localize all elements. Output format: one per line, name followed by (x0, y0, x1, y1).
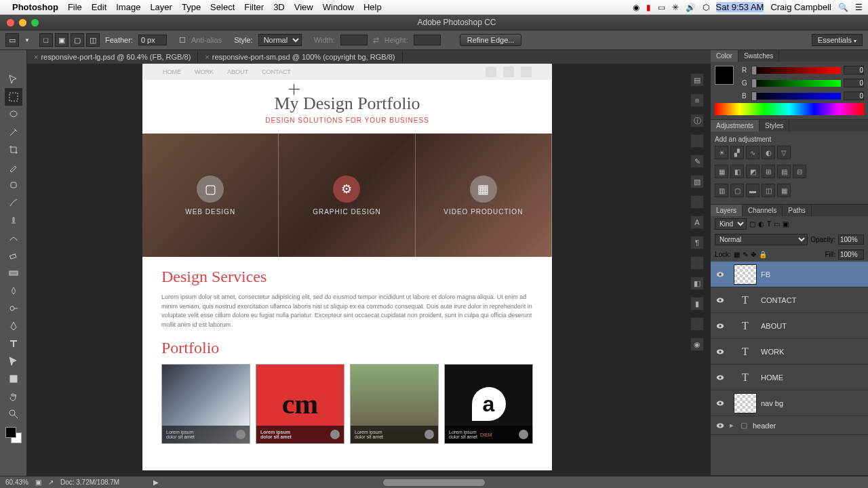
dodge-tool[interactable] (5, 300, 22, 317)
paragraph-panel-icon[interactable]: ¶ (690, 236, 704, 249)
status-volume-icon[interactable]: 🔊 (686, 3, 696, 12)
adj-photofilter-icon[interactable]: ◩ (746, 165, 760, 178)
layer-list[interactable]: FB T CONTACT T ABOUT T WORK T HOME (711, 262, 868, 475)
red-slider[interactable] (751, 67, 841, 74)
menu-3d[interactable]: 3D (273, 2, 285, 12)
menubar-clock[interactable]: Sat 9:53 AM (716, 2, 764, 12)
adj-bw-icon[interactable]: ◧ (730, 165, 744, 178)
type-layer-icon[interactable]: T (734, 367, 757, 388)
visibility-toggle[interactable] (711, 421, 730, 430)
menu-help[interactable]: Help (363, 2, 382, 12)
blue-slider[interactable] (751, 93, 841, 100)
minimize-window-button[interactable] (19, 19, 26, 26)
type-layer-icon[interactable]: T (734, 316, 757, 336)
adj-threshold-icon[interactable]: ▢ (730, 184, 744, 197)
layer-row[interactable]: T CONTACT (711, 287, 868, 313)
adj-levels-icon[interactable]: ▞ (730, 146, 744, 159)
status-play-icon[interactable]: ▶ (153, 479, 159, 486)
type-tool[interactable] (5, 335, 22, 352)
lasso-tool[interactable] (5, 106, 22, 123)
filter-adj-icon[interactable]: ◐ (758, 220, 764, 228)
blue-input[interactable] (844, 92, 864, 100)
layer-thumbnail[interactable] (734, 393, 757, 413)
document-canvas[interactable]: HOME WORK ABOUT CONTACT My Design Portfo… (142, 64, 552, 470)
visibility-toggle[interactable] (711, 347, 730, 357)
layer-row[interactable]: nav bg (711, 390, 868, 416)
properties-panel-icon[interactable]: ≡ (690, 94, 704, 107)
menu-file[interactable]: File (68, 2, 82, 12)
close-tab-icon[interactable]: × (34, 53, 38, 61)
info-panel-icon[interactable]: ⓘ (690, 114, 704, 127)
filter-type-icon[interactable]: T (767, 220, 771, 228)
status-icon[interactable]: ↗ (48, 479, 54, 486)
opacity-input[interactable] (838, 235, 864, 245)
adj-posterize-icon[interactable]: ▥ (715, 184, 728, 197)
eyedropper-tool[interactable] (5, 159, 22, 176)
lock-pos-icon[interactable]: ✥ (751, 251, 756, 258)
character-panel-icon[interactable]: A (690, 216, 704, 229)
adj-vibrance-icon[interactable]: ▽ (777, 146, 791, 159)
adj-gradmap-icon[interactable]: ▬ (746, 184, 760, 197)
menu-type[interactable]: Type (182, 2, 201, 12)
adj-curves-icon[interactable]: ∿ (746, 146, 760, 159)
history-brush-tool[interactable] (5, 229, 22, 247)
zoom-tool[interactable] (5, 405, 22, 423)
lock-all-icon[interactable]: 🔒 (759, 251, 767, 258)
tab-layers[interactable]: Layers (711, 205, 743, 216)
menu-image[interactable]: Image (116, 2, 140, 12)
blend-mode-select[interactable]: Normal (715, 234, 808, 245)
navigator-panel-icon[interactable]: ◧ (690, 277, 704, 290)
adj-brightness-icon[interactable]: ☀ (715, 146, 728, 159)
filter-pixel-icon[interactable]: ▢ (749, 220, 755, 228)
tab-color[interactable]: Color (711, 50, 738, 62)
adj-selective-icon[interactable]: ◫ (762, 184, 775, 197)
layer-row[interactable]: ▸ ▢ header (711, 416, 868, 435)
history-panel-icon[interactable]: ▤ (690, 73, 704, 87)
close-tab-icon[interactable]: × (205, 53, 209, 61)
status-recording-icon[interactable]: ▮ (646, 3, 651, 12)
brushes-panel-icon[interactable]: ✎ (690, 155, 704, 168)
adj-hue-icon[interactable]: ▦ (715, 165, 728, 178)
filter-shape-icon[interactable]: ▭ (774, 220, 780, 228)
selection-subtract-icon[interactable]: ▢ (71, 33, 84, 47)
tab-channels[interactable]: Channels (743, 205, 783, 216)
gradient-tool[interactable] (5, 264, 22, 282)
crop-tool[interactable] (5, 141, 22, 159)
eraser-tool[interactable] (5, 247, 22, 264)
adj-exposure-icon[interactable]: ◐ (762, 146, 775, 159)
measurement-panel-icon[interactable]: ◉ (690, 338, 704, 351)
histogram-panel-icon[interactable]: ▮ (690, 297, 704, 310)
selection-add-icon[interactable]: ▣ (55, 33, 68, 47)
menu-filter[interactable]: Filter (244, 2, 264, 12)
lock-trans-icon[interactable]: ▦ (734, 251, 740, 258)
menu-edit[interactable]: Edit (92, 2, 106, 12)
marquee-tool[interactable] (5, 88, 22, 106)
tool-preset-icon[interactable]: ▭ (5, 33, 19, 47)
wand-tool[interactable] (5, 123, 22, 141)
group-expand-icon[interactable]: ▸ (730, 421, 741, 430)
style-select[interactable]: Normal (258, 34, 302, 46)
adj-invert-icon[interactable]: ⊟ (793, 165, 806, 178)
layer-row[interactable]: FB (711, 262, 868, 287)
zoom-level[interactable]: 60.43% (5, 479, 28, 486)
menu-select[interactable]: Select (210, 2, 235, 12)
brush-tool[interactable] (5, 194, 22, 211)
horizontal-scrollbar[interactable] (383, 479, 485, 486)
close-window-button[interactable] (7, 19, 14, 26)
status-eye-icon[interactable]: ◉ (633, 3, 639, 12)
swap-dims-icon[interactable]: ⇄ (373, 36, 379, 45)
status-wifi-icon[interactable]: ⬡ (703, 3, 709, 12)
visibility-toggle[interactable] (711, 373, 730, 382)
status-display-icon[interactable]: ▭ (658, 3, 665, 12)
layer-row[interactable]: T WORK (711, 339, 868, 365)
shape-tool[interactable] (5, 370, 22, 388)
lock-pixels-icon[interactable]: ✎ (743, 251, 748, 258)
doc-tab-2[interactable]: ×responsive-port-sm.psd @ 100% (copyrigh… (198, 52, 402, 62)
visibility-toggle[interactable] (711, 296, 730, 305)
tab-swatches[interactable]: Swatches (738, 50, 779, 62)
green-slider[interactable] (751, 80, 841, 87)
height-input[interactable] (414, 35, 441, 45)
workspace-switcher[interactable]: Essentials ▾ (812, 34, 863, 46)
filter-smart-icon[interactable]: ▣ (783, 220, 789, 228)
app-name[interactable]: Photoshop (12, 2, 58, 12)
